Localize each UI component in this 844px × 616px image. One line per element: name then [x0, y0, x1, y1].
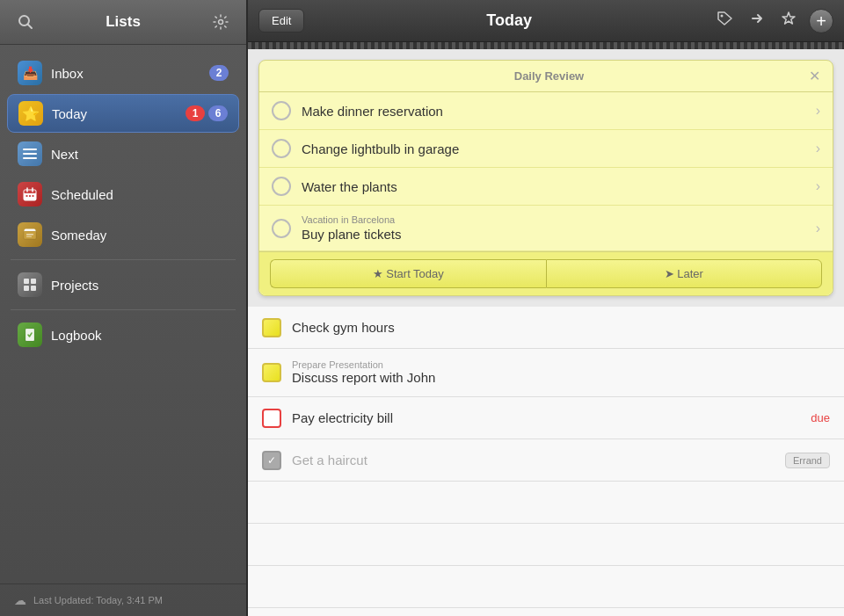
review-item-checkbox-2[interactable]: [272, 139, 291, 158]
task-item-1[interactable]: Check gym hours: [248, 307, 844, 349]
sidebar-item-label-projects: Projects: [51, 278, 229, 293]
someday-icon: [18, 222, 42, 247]
daily-review-card: Daily Review ✕ Make dinner reservation ›…: [258, 60, 833, 296]
review-item-1[interactable]: Make dinner reservation ›: [259, 92, 833, 130]
svg-rect-23: [31, 286, 36, 291]
nav-divider-2: [11, 309, 236, 310]
svg-rect-13: [33, 195, 34, 197]
logbook-icon: [18, 322, 42, 347]
sidebar: Lists 📥 Inbox 2 ⭐ Today 1 6: [0, 0, 246, 616]
nav-divider: [11, 259, 236, 260]
task-list: Check gym hours Prepare Presentation Dis…: [248, 307, 844, 616]
sidebar-item-logbook[interactable]: Logbook: [7, 315, 239, 354]
sidebar-header: Lists: [0, 0, 246, 45]
review-item-checkbox-4[interactable]: [272, 219, 291, 238]
sidebar-item-someday[interactable]: Someday: [7, 215, 239, 254]
add-button[interactable]: +: [809, 9, 833, 33]
svg-point-2: [219, 20, 223, 25]
search-button[interactable]: [14, 11, 37, 33]
due-badge: due: [811, 411, 830, 424]
sidebar-item-label-inbox: Inbox: [51, 66, 209, 81]
review-item-checkbox-3[interactable]: [272, 177, 291, 196]
review-item-main-4: Buy plane tickets: [302, 227, 401, 242]
main-title: Today: [311, 11, 707, 30]
sidebar-navigation: 📥 Inbox 2 ⭐ Today 1 6 Next: [0, 45, 246, 583]
review-item-text-2: Change lightbulb in garage: [302, 141, 816, 156]
task-item-3[interactable]: Pay electricity bill due: [248, 397, 844, 439]
svg-rect-20: [24, 279, 29, 284]
sidebar-item-projects[interactable]: Projects: [7, 265, 239, 304]
checkmark-icon: ✓: [267, 454, 276, 467]
task-content-3: Pay electricity bill: [292, 410, 811, 426]
daily-review-header: Daily Review ✕: [259, 61, 833, 92]
review-item-2[interactable]: Change lightbulb in garage ›: [259, 130, 833, 168]
svg-rect-22: [24, 286, 29, 291]
svg-rect-4: [23, 153, 37, 155]
sidebar-item-inbox[interactable]: 📥 Inbox 2: [7, 54, 239, 92]
chevron-right-icon-3: ›: [816, 178, 820, 194]
today-badge-red: 1: [186, 105, 205, 121]
chevron-right-icon-1: ›: [816, 103, 820, 119]
main-content: Edit Today +: [246, 0, 844, 616]
sidebar-item-label-someday: Someday: [51, 228, 229, 243]
header-actions: +: [714, 7, 833, 34]
review-item-4[interactable]: Vacation in Barcelona Buy plane tickets …: [259, 206, 833, 251]
review-item-text-3: Water the plants: [302, 179, 816, 194]
task-checkbox-3[interactable]: [262, 409, 281, 428]
today-badge-blue: 6: [208, 105, 228, 121]
task-checkbox-2[interactable]: [262, 363, 281, 382]
inbox-icon: 📥: [18, 61, 42, 85]
sidebar-title: Lists: [37, 13, 209, 31]
review-item-3[interactable]: Water the plants ›: [259, 168, 833, 206]
tag-button[interactable]: [714, 8, 737, 33]
task-title-2: Discuss report with John: [292, 370, 435, 385]
next-icon: [18, 141, 42, 166]
sidebar-item-next[interactable]: Next: [7, 134, 239, 173]
chevron-right-icon-2: ›: [816, 141, 820, 156]
sidebar-item-label-logbook: Logbook: [51, 328, 229, 343]
scheduled-icon: [18, 182, 42, 207]
task-item-4[interactable]: ✓ Get a haircut Errand: [248, 439, 844, 482]
chevron-right-icon-4: ›: [816, 221, 820, 236]
daily-review-close-button[interactable]: ✕: [809, 68, 820, 84]
svg-rect-12: [29, 195, 31, 197]
svg-point-26: [721, 15, 724, 18]
svg-rect-19: [26, 236, 32, 238]
task-content-1: Check gym hours: [292, 320, 830, 336]
task-checkbox-1[interactable]: [262, 318, 281, 337]
edit-button[interactable]: Edit: [258, 9, 304, 33]
task-item-2[interactable]: Prepare Presentation Discuss report with…: [248, 349, 844, 397]
empty-row-1: [248, 482, 844, 524]
sidebar-item-label-next: Next: [51, 147, 229, 162]
last-updated-text: Last Updated: Today, 3:41 PM: [33, 595, 163, 605]
start-today-button[interactable]: ★ Start Today: [270, 259, 546, 288]
task-title-3: Pay electricity bill: [292, 410, 393, 425]
sidebar-item-label-scheduled: Scheduled: [51, 187, 229, 202]
daily-review-actions: ★ Start Today ➤ Later: [259, 251, 833, 295]
settings-button[interactable]: [209, 11, 232, 33]
daily-review-title: Daily Review: [289, 69, 809, 83]
review-item-sub-4: Vacation in Barcelona: [302, 214, 816, 225]
later-button[interactable]: ➤ Later: [546, 259, 823, 288]
task-title-4: Get a haircut: [292, 453, 367, 467]
today-badges: 1 6: [186, 105, 228, 121]
sidebar-item-today[interactable]: ⭐ Today 1 6: [7, 94, 239, 133]
task-content-2: Prepare Presentation Discuss report with…: [292, 359, 830, 386]
task-tag-errand: Errand: [785, 453, 830, 468]
svg-rect-11: [26, 195, 28, 197]
svg-rect-18: [26, 234, 33, 236]
star-button[interactable]: [777, 7, 800, 34]
task-sub-2: Prepare Presentation: [292, 359, 830, 370]
review-item-text-4: Vacation in Barcelona Buy plane tickets: [302, 214, 816, 242]
today-icon: ⭐: [18, 101, 43, 126]
arrow-button[interactable]: [746, 7, 768, 34]
task-content-4: Get a haircut: [292, 453, 785, 468]
svg-line-1: [28, 25, 33, 29]
sidebar-item-scheduled[interactable]: Scheduled: [7, 175, 239, 214]
task-checkbox-4[interactable]: ✓: [262, 451, 281, 470]
cloud-icon: ☁: [14, 593, 26, 607]
sidebar-item-label-today: Today: [52, 106, 186, 121]
review-item-checkbox-1[interactable]: [272, 101, 291, 120]
empty-row-4: [248, 608, 844, 616]
svg-rect-5: [23, 157, 37, 159]
